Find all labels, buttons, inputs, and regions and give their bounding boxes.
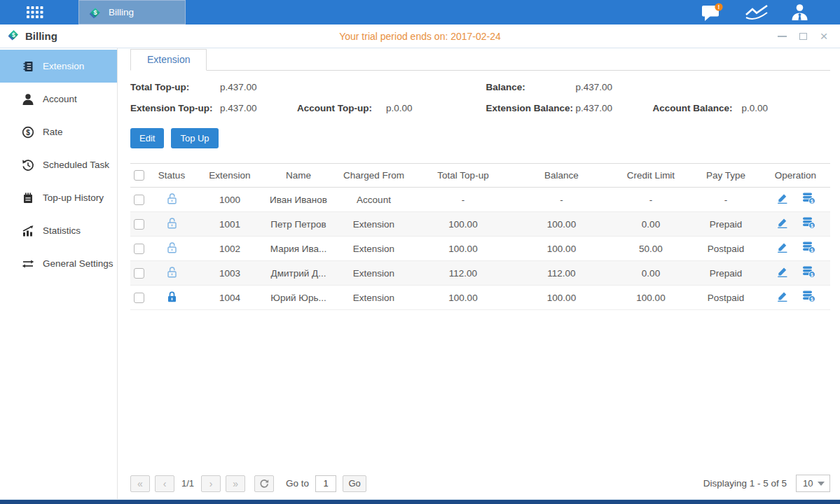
svg-text:$: $ (811, 272, 813, 278)
user-account-icon[interactable] (790, 3, 809, 22)
top-up-button[interactable]: Top Up (171, 128, 218, 148)
summary-panel: Total Top-up: p.437.00 Extension Top-up:… (130, 82, 830, 124)
status-unlocked-icon (166, 221, 178, 232)
svg-text:!: ! (718, 4, 720, 10)
row-checkbox[interactable] (134, 219, 144, 230)
refresh-button[interactable] (254, 475, 274, 492)
top-up-row-icon[interactable]: $ (802, 192, 815, 204)
edit-row-icon[interactable] (776, 266, 788, 278)
svg-text:$: $ (12, 31, 15, 38)
app-launcher-icon[interactable] (27, 6, 43, 18)
notifications-icon[interactable]: ! (701, 3, 723, 22)
cell-total-topup: 100.00 (414, 237, 512, 261)
cell-total-topup: 100.00 (414, 286, 512, 310)
cell-name: Мария Ива... (263, 237, 333, 261)
total-topup-value: p.437.00 (220, 82, 297, 92)
top-up-row-icon[interactable]: $ (802, 241, 815, 253)
account-topup-label: Account Top-up: (297, 103, 386, 113)
cell-credit-limit: - (611, 188, 691, 212)
cell-pay-type: Prepaid (691, 261, 761, 286)
top-bar: $ Billing ! (0, 0, 840, 24)
statistics-chart-icon[interactable] (744, 4, 769, 21)
cell-pay-type: Postpaid (691, 286, 761, 310)
sidebar-item-scheduled-task[interactable]: Scheduled Task (0, 148, 117, 181)
cell-name: Петр Петров (263, 212, 333, 237)
main-content: Extension Total Top-up: p.437.00 Extensi… (118, 48, 840, 499)
goto-label: Go to (286, 478, 309, 489)
tab-extension[interactable]: Extension (130, 49, 207, 71)
sidebar-item-extension[interactable]: Extension (0, 50, 117, 83)
taskbar-tab-billing[interactable]: $ Billing (78, 0, 186, 24)
sidebar-item-statistics[interactable]: Statistics (0, 214, 117, 247)
first-page-button[interactable]: « (130, 475, 150, 492)
top-up-row-icon[interactable]: $ (802, 290, 815, 302)
top-up-row-icon[interactable]: $ (802, 217, 815, 229)
status-unlocked-icon (166, 197, 178, 207)
minimize-icon[interactable] (777, 31, 787, 41)
status-unlocked-icon (166, 270, 178, 281)
page-size-select[interactable]: 10 (796, 475, 830, 492)
svg-text:$: $ (811, 223, 813, 229)
maximize-icon[interactable] (798, 31, 808, 41)
row-checkbox[interactable] (134, 293, 144, 303)
sidebar-item-label: Scheduled Task (43, 160, 109, 170)
column-header-pay-type: Pay Type (691, 164, 761, 188)
row-checkbox[interactable] (134, 195, 144, 205)
close-icon[interactable]: × (819, 31, 829, 41)
extension-topup-label: Extension Top-up: (130, 103, 220, 113)
cell-balance: 100.00 (512, 286, 611, 310)
account-icon (21, 93, 34, 106)
edit-row-icon[interactable] (776, 290, 788, 302)
edit-row-icon[interactable] (776, 241, 788, 253)
sidebar-item-general-settings[interactable]: General Settings (0, 247, 117, 280)
go-button[interactable]: Go (343, 475, 366, 492)
last-page-button[interactable]: » (226, 475, 245, 492)
extension-icon (21, 60, 34, 73)
column-header-credit-limit: Credit Limit (611, 164, 691, 188)
goto-page-input[interactable] (315, 475, 336, 492)
column-header-charged-from: Charged From (333, 164, 414, 188)
cell-name: Иван Иванов (263, 188, 333, 212)
table-row: 1004 Юрий Юрь... Extension 100.00 100.00… (130, 286, 830, 310)
cell-credit-limit: 0.00 (611, 261, 691, 286)
next-page-button[interactable]: › (201, 475, 221, 492)
status-unlocked-icon (166, 246, 178, 256)
balance-value: p.437.00 (576, 82, 653, 92)
refresh-icon (259, 479, 269, 489)
cell-extension: 1003 (196, 261, 263, 286)
table-row: 1000 Иван Иванов Account - - - - $ (130, 188, 830, 212)
sidebar-item-account[interactable]: Account (0, 83, 117, 115)
cell-balance: 100.00 (512, 212, 611, 237)
chevron-down-icon (818, 482, 825, 486)
extension-balance-label: Extension Balance: (486, 103, 576, 113)
edit-row-icon[interactable] (776, 192, 788, 204)
cell-extension: 1000 (196, 188, 263, 212)
extension-topup-value: p.437.00 (220, 103, 297, 113)
cell-extension: 1002 (196, 237, 263, 261)
select-all-checkbox[interactable] (134, 170, 144, 181)
cell-credit-limit: 0.00 (611, 212, 691, 237)
cell-name: Юрий Юрь... (263, 286, 333, 310)
cell-extension: 1001 (196, 212, 263, 237)
sidebar-item-rate[interactable]: $ Rate (0, 115, 117, 148)
cell-total-topup: 100.00 (414, 212, 512, 237)
extensions-table: Status Extension Name Charged From Total… (130, 163, 830, 310)
prev-page-button[interactable]: ‹ (155, 475, 174, 492)
svg-text:$: $ (811, 199, 813, 204)
extension-balance-value: p.437.00 (576, 103, 653, 113)
row-checkbox[interactable] (134, 244, 144, 254)
sidebar-item-label: Top-up History (43, 192, 104, 203)
row-checkbox[interactable] (134, 268, 144, 279)
svg-text:$: $ (811, 297, 813, 302)
cell-balance: - (512, 188, 611, 212)
sidebar-item-topup-history[interactable]: Top-up History (0, 181, 117, 214)
svg-text:$: $ (93, 9, 97, 16)
column-header-name: Name (263, 164, 333, 188)
cell-name: Дмитрий Д... (263, 261, 333, 286)
top-up-row-icon[interactable]: $ (802, 266, 815, 278)
edit-button[interactable]: Edit (130, 128, 164, 148)
account-balance-label: Account Balance: (653, 103, 742, 113)
topup-history-icon (21, 192, 34, 204)
account-topup-value: p.0.00 (386, 103, 413, 113)
edit-row-icon[interactable] (776, 217, 788, 229)
